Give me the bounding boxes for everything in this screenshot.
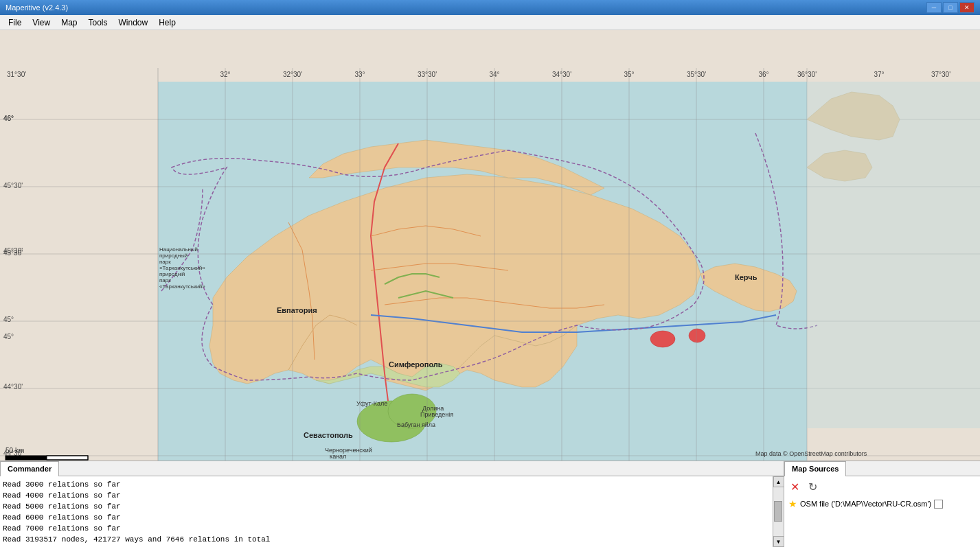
menu-map[interactable]: Map xyxy=(56,16,82,29)
svg-text:33°: 33° xyxy=(354,71,365,78)
svg-text:парк: парк xyxy=(159,259,171,265)
svg-text:32°30': 32°30' xyxy=(283,71,302,78)
source-item-0[interactable]: ★ OSM file ('D:\MAP\Vector\RU-CR.osm') xyxy=(787,497,977,511)
log-line-3: Read 6000 relations so far xyxy=(3,512,770,523)
svg-text:Керчь: Керчь xyxy=(735,273,757,281)
scroll-down-button[interactable]: ▼ xyxy=(773,536,784,547)
scroll-up-button[interactable]: ▲ xyxy=(773,476,784,487)
svg-point-9 xyxy=(650,331,675,347)
svg-text:36°: 36° xyxy=(758,71,768,78)
scroll-thumb[interactable] xyxy=(774,501,782,522)
commander-tab-button[interactable]: Commander xyxy=(0,461,59,476)
log-line-2: Read 5000 relations so far xyxy=(3,501,770,512)
svg-text:Севастополь: Севастополь xyxy=(304,431,353,439)
svg-text:37°30': 37°30' xyxy=(931,71,950,78)
log-line-5: Read 3193517 nodes, 421727 ways and 7646… xyxy=(3,534,770,545)
menu-bar: File View Map Tools Window Help xyxy=(0,15,980,30)
svg-text:45°: 45° xyxy=(3,316,14,323)
svg-text:34°30': 34°30' xyxy=(552,71,571,78)
svg-text:32°: 32° xyxy=(220,71,230,78)
menu-window[interactable]: Window xyxy=(113,16,154,29)
log-line-4: Read 7000 relations so far xyxy=(3,523,770,534)
svg-rect-68 xyxy=(47,456,88,460)
minimize-button[interactable]: ─ xyxy=(926,2,942,13)
source-checkbox[interactable] xyxy=(934,500,943,509)
svg-text:«Тарханкутський»: «Тарханкутський» xyxy=(159,265,205,271)
sources-panel: Map Sources ✕ ↻ ★ OSM file ('D:\MAP\Vect… xyxy=(784,461,980,547)
refresh-source-button[interactable]: ↻ xyxy=(805,479,820,494)
svg-rect-67 xyxy=(5,456,47,460)
svg-text:Map data © OpenStreetMap contr: Map data © OpenStreetMap contributors xyxy=(755,450,867,457)
menu-tools[interactable]: Tools xyxy=(82,16,113,29)
svg-text:канал: канал xyxy=(330,453,346,460)
svg-text:45°: 45° xyxy=(3,333,14,340)
map-svg: 31°30' 32° 32°30' 33° 33°30' 34° 34°30' … xyxy=(0,30,980,461)
svg-text:35°: 35° xyxy=(624,71,634,78)
svg-text:природній: природній xyxy=(159,271,185,277)
bottom-panel: Commander Read 3000 relations so far Rea… xyxy=(0,461,980,547)
commander-tab: Commander xyxy=(0,461,784,476)
commander-scrollbar[interactable]: ▲ ▼ xyxy=(773,476,784,547)
sources-tab: Map Sources xyxy=(784,461,980,476)
scroll-track[interactable] xyxy=(773,487,784,536)
svg-text:45°30': 45°30' xyxy=(3,247,23,255)
map-container[interactable]: 31°30' 32° 32°30' 33° 33°30' 34° 34°30' … xyxy=(0,30,980,461)
svg-text:37°: 37° xyxy=(874,71,884,78)
svg-text:парк: парк xyxy=(159,277,171,283)
menu-view[interactable]: View xyxy=(27,16,56,29)
maximize-button[interactable]: □ xyxy=(943,2,958,13)
svg-text:36°30': 36°30' xyxy=(797,71,817,78)
title-bar: Maperitive (v2.4.3) ─ □ ✕ xyxy=(0,0,980,15)
close-button[interactable]: ✕ xyxy=(959,2,975,13)
svg-text:46°: 46° xyxy=(3,115,14,122)
svg-text:природный: природный xyxy=(159,253,187,259)
svg-text:Уфут-Кале: Уфут-Кале xyxy=(356,400,387,407)
source-star-icon: ★ xyxy=(788,498,797,509)
log-line-0: Read 3000 relations so far xyxy=(3,479,770,490)
svg-text:Симферополь: Симферополь xyxy=(389,360,443,369)
sources-tab-button[interactable]: Map Sources xyxy=(784,461,846,476)
svg-text:Приведенія: Приведенія xyxy=(420,411,453,418)
svg-text:33°30': 33°30' xyxy=(418,71,437,78)
svg-text:44°30': 44°30' xyxy=(3,383,23,391)
menu-file[interactable]: File xyxy=(3,16,27,29)
svg-text:34°: 34° xyxy=(489,71,499,78)
menu-help[interactable]: Help xyxy=(153,16,181,29)
svg-text:Бабуган яйла: Бабуган яйла xyxy=(397,421,435,428)
svg-text:50 km: 50 km xyxy=(5,447,24,454)
app-title: Maperitive (v2.4.3) xyxy=(5,3,926,12)
svg-text:Национальный: Национальный xyxy=(159,246,198,253)
log-line-1: Read 4000 relations so far xyxy=(3,490,770,501)
svg-text:45°30': 45°30' xyxy=(3,182,23,189)
svg-point-10 xyxy=(689,329,705,342)
svg-text:35°30': 35°30' xyxy=(687,71,706,78)
svg-rect-75 xyxy=(807,82,980,428)
commander-content: Read 3000 relations so far Read 4000 rel… xyxy=(0,476,773,547)
sources-toolbar: ✕ ↻ xyxy=(787,479,977,494)
delete-source-button[interactable]: ✕ xyxy=(787,479,802,494)
sources-content: ✕ ↻ ★ OSM file ('D:\MAP\Vector\RU-CR.osm… xyxy=(784,476,980,547)
svg-text:Евпатория: Евпатория xyxy=(277,306,317,314)
window-controls: ─ □ ✕ xyxy=(926,2,975,13)
svg-text:«Тарханкутський»: «Тарханкутський» xyxy=(159,283,205,290)
commander-panel: Commander Read 3000 relations so far Rea… xyxy=(0,461,784,547)
svg-text:31°30': 31°30' xyxy=(7,71,26,78)
source-name: OSM file ('D:\MAP\Vector\RU-CR.osm') xyxy=(800,500,931,508)
